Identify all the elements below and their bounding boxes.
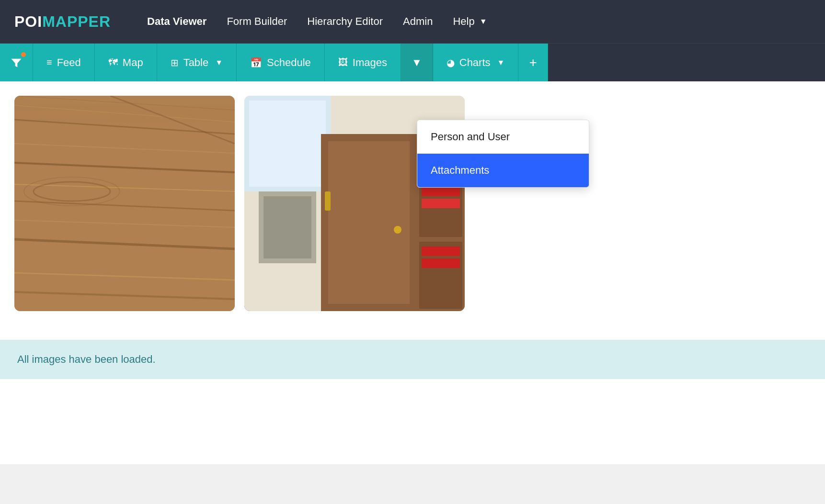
calendar-icon: 📅 [250, 57, 262, 68]
dropdown-item-person-and-user[interactable]: Person and User [417, 120, 589, 154]
table-button[interactable]: ⊞ Table ▼ [157, 44, 237, 82]
logo[interactable]: POIMAPPER [14, 13, 111, 31]
table-icon: ⊞ [171, 57, 179, 68]
navbar: POIMAPPER Data Viewer Form Builder Hiera… [0, 0, 825, 43]
nav-form-builder[interactable]: Form Builder [219, 11, 295, 32]
svg-rect-26 [422, 187, 460, 196]
nav-data-viewer[interactable]: Data Viewer [139, 11, 214, 32]
filter-icon [10, 56, 23, 69]
filter-dot [21, 52, 26, 57]
schedule-button[interactable]: 📅 Schedule [237, 44, 325, 82]
add-button[interactable]: + [518, 44, 548, 82]
svg-rect-32 [264, 196, 311, 258]
charts-button[interactable]: ◕ Charts ▼ [433, 44, 519, 82]
svg-rect-30 [325, 191, 331, 211]
dropdown-item-attachments[interactable]: Attachments [417, 154, 589, 187]
svg-point-21 [394, 226, 401, 234]
map-icon: 🗺 [108, 57, 118, 68]
status-text: All images have been loaded. [17, 353, 156, 365]
nav-links: Data Viewer Form Builder Hierarchy Edito… [139, 11, 494, 32]
images-dropdown-menu: Person and User Attachments [417, 120, 589, 188]
svg-rect-18 [249, 101, 326, 187]
image-thumbnail-1 [14, 96, 235, 311]
images-grid [0, 81, 825, 325]
map-button[interactable]: 🗺 Map [95, 44, 157, 82]
images-dropdown-button[interactable]: ▼ [401, 44, 433, 82]
image-card[interactable] [14, 96, 235, 311]
svg-rect-28 [422, 246, 460, 256]
images-button[interactable]: 🖼 Images [325, 44, 401, 82]
help-chevron-icon: ▼ [480, 17, 487, 26]
status-bar: All images have been loaded. [0, 340, 825, 379]
image-icon: 🖼 [338, 57, 348, 68]
content-area: Person and User Attachments [0, 81, 825, 464]
nav-help[interactable]: Help ▼ [445, 11, 494, 32]
svg-rect-20 [328, 141, 410, 304]
list-icon: ≡ [46, 57, 52, 68]
svg-rect-29 [422, 258, 460, 268]
nav-admin[interactable]: Admin [395, 11, 440, 32]
filter-button[interactable] [0, 44, 33, 82]
plus-icon: + [529, 55, 537, 70]
feed-button[interactable]: ≡ Feed [33, 44, 95, 82]
svg-rect-27 [422, 199, 460, 208]
nav-hierarchy-editor[interactable]: Hierarchy Editor [299, 11, 390, 32]
pie-icon: ◕ [447, 57, 455, 68]
charts-chevron-icon: ▼ [497, 58, 505, 67]
images-caret-icon: ▼ [412, 56, 422, 69]
table-chevron-icon: ▼ [215, 58, 223, 67]
toolbar: ≡ Feed 🗺 Map ⊞ Table ▼ 📅 Schedule 🖼 Imag… [0, 43, 825, 81]
